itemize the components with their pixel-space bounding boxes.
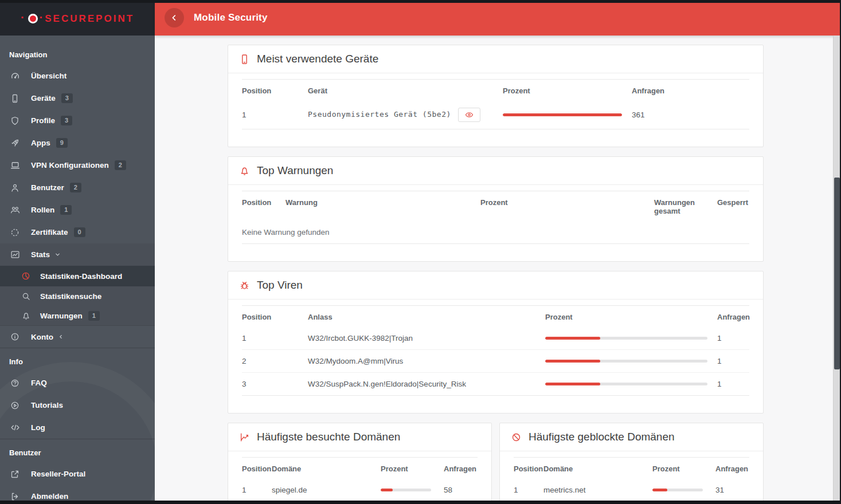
column-header-requests: Anfragen [444, 458, 478, 479]
progress-fill [652, 489, 667, 491]
main-area: Mobile Security Meist verwendete Geräte [155, 0, 841, 504]
table-header-row: Position Anlass Prozent Anfragen [242, 306, 749, 328]
cell-percent [652, 479, 715, 502]
chevron-left-icon [170, 14, 178, 22]
card-title: Top Warnungen [257, 164, 333, 177]
sidebar-item-reseller-portal[interactable]: Reseller-Portal [0, 463, 155, 485]
count-badge: 1 [88, 311, 100, 321]
topbar: Mobile Security [155, 0, 841, 36]
cell-percent [503, 101, 632, 129]
question-circle-icon [9, 379, 21, 388]
line-chart-icon [240, 432, 249, 442]
nav-section-label: Navigation [0, 41, 155, 65]
sidebar-item-statistikensuche[interactable]: Statistikensuche [0, 286, 155, 306]
content-area: Meist verwendete Geräte Position Gerät P… [155, 36, 841, 504]
column-header-position: Position [514, 458, 543, 479]
sidebar-item-label: Zertifikate [31, 228, 68, 237]
sidebar-item-faq[interactable]: FAQ [0, 372, 155, 394]
cell-requests: 58 [444, 479, 478, 502]
column-header-requests: Anfragen [717, 306, 749, 328]
sidebar-item-profile[interactable]: Profile 3 [0, 109, 155, 132]
card-blocked-body: Position Domäne Prozent Anfragen 1 [500, 451, 763, 504]
sidebar-item-konto[interactable]: Konto [0, 325, 155, 348]
column-header-percent: Prozent [480, 191, 654, 222]
logout-icon [9, 492, 21, 501]
external-link-icon [9, 470, 21, 479]
column-header-domain: Domäne [543, 458, 652, 479]
sidebar-item-benutzer[interactable]: Benutzer 2 [0, 176, 155, 199]
search-icon [21, 292, 31, 301]
scrollbar-track[interactable] [833, 36, 840, 504]
sidebar-item-log[interactable]: Log [0, 416, 155, 439]
sidebar-item-warnungen[interactable]: Warnungen 1 [0, 306, 155, 325]
column-header-percent: Prozent [503, 80, 632, 101]
view-device-button[interactable] [458, 108, 480, 122]
progress-bar [545, 360, 707, 363]
column-header-percent: Prozent [381, 458, 444, 479]
cell-requests: 1 [717, 373, 749, 396]
sidebar-item-label: VPN Konfigurationen [31, 161, 109, 170]
card-title: Häufigste besuchte Domänen [257, 431, 400, 443]
sidebar-nav: Navigation Übersicht Geräte 3 Profile [0, 36, 155, 504]
card-warnings-body: Position Warnung Prozent Warnungen gesam… [228, 185, 763, 261]
cell-requests: 1 [717, 350, 749, 373]
column-header-position: Position [242, 80, 308, 101]
sidebar-item-uebersicht[interactable]: Übersicht [0, 65, 155, 87]
card-warnings-header: Top Warnungen [228, 157, 763, 185]
sidebar-item-stats[interactable]: Stats [0, 243, 155, 266]
scrollbar-thumb[interactable] [834, 178, 840, 369]
progress-fill [503, 113, 622, 116]
device-name: Pseudonymisiertes Gerät (5be2) [308, 110, 451, 119]
cell-percent [545, 373, 717, 396]
progress-fill [545, 383, 600, 385]
ban-icon [511, 432, 521, 442]
cell-position: 2 [242, 350, 308, 373]
column-header-total: Warnungen gesamt [654, 191, 717, 222]
card-warnings: Top Warnungen Position Warnung Prozent W… [228, 156, 764, 262]
logo-dot-right: · [40, 11, 45, 23]
securepoint-logo[interactable]: ··SECUREPOINT [21, 11, 134, 25]
count-badge: 9 [56, 138, 68, 148]
count-badge: 1 [60, 205, 72, 215]
warnings-table: Position Warnung Prozent Warnungen gesam… [242, 191, 749, 244]
column-header-requests: Anfragen [715, 458, 749, 479]
sidebar-item-statistiken-dashboard[interactable]: Statistiken-Dashboard [0, 266, 155, 286]
table-row: 1 meetrics.net 31 [514, 479, 749, 502]
cell-requests: 1 [717, 327, 749, 350]
table-header-row: Position Warnung Prozent Warnungen gesam… [242, 191, 749, 222]
card-title: Meist verwendete Geräte [257, 53, 378, 65]
window-edge-bottom [0, 501, 841, 504]
cell-position: 1 [514, 479, 543, 502]
column-header-requests: Anfragen [632, 80, 749, 101]
shield-icon [9, 116, 21, 125]
sidebar-item-label: Apps [31, 139, 50, 147]
column-header-position: Position [242, 191, 285, 222]
sidebar-item-apps[interactable]: Apps 9 [0, 132, 155, 154]
info-circle-icon [9, 332, 21, 341]
stats-group: Stats Statistiken-Dashboard Statistik [0, 243, 155, 325]
back-button[interactable] [165, 8, 184, 27]
smartphone-icon [9, 94, 21, 103]
sidebar-item-label: Statistikensuche [40, 292, 101, 301]
card-viruses-body: Position Anlass Prozent Anfragen 1 W32/I… [228, 300, 763, 413]
column-header-device: Gerät [308, 80, 503, 101]
table-header-row: Position Domäne Prozent Anfragen [514, 458, 749, 479]
sidebar: ··SECUREPOINT Navigation Übersicht Gerät… [0, 0, 155, 504]
cell-device: Pseudonymisiertes Gerät (5be2) [308, 101, 503, 129]
sidebar-item-zertifikate[interactable]: Zertifikate 0 [0, 221, 155, 243]
cell-requests: 31 [715, 479, 749, 502]
sidebar-item-rollen[interactable]: Rollen 1 [0, 199, 155, 221]
sidebar-item-geraete[interactable]: Geräte 3 [0, 87, 155, 109]
sidebar-item-label: Statistiken-Dashboard [40, 272, 122, 281]
cell-position: 3 [242, 373, 308, 396]
column-header-domain: Domäne [272, 458, 381, 479]
table-row: 1 W32/Ircbot.GUKK-3982|Trojan 1 [242, 327, 749, 350]
sidebar-item-vpn[interactable]: VPN Konfigurationen 2 [0, 154, 155, 176]
progress-bar [381, 489, 431, 491]
card-title: Top Viren [257, 279, 303, 292]
sidebar-item-label: Tutorials [31, 401, 63, 410]
sidebar-item-tutorials[interactable]: Tutorials [0, 394, 155, 416]
card-viruses-header: Top Viren [228, 271, 763, 300]
devices-table: Position Gerät Prozent Anfragen 1 [242, 79, 749, 129]
sidebar-item-label: Stats [31, 250, 50, 259]
